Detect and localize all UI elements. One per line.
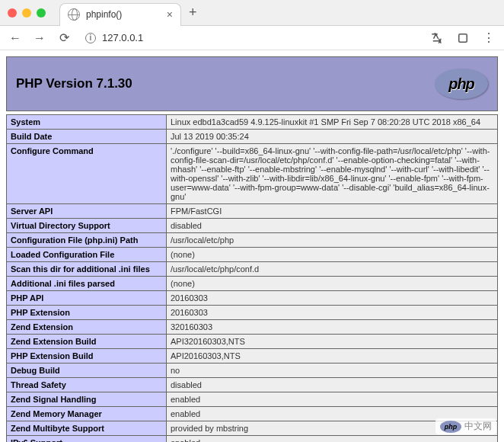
table-row: Virtual Directory Supportdisabled <box>7 219 498 233</box>
table-row: Zend Signal Handlingenabled <box>7 392 498 407</box>
table-row: Scan this dir for additional .ini files/… <box>7 262 498 277</box>
page-title: PHP Version 7.1.30 <box>16 76 132 91</box>
new-tab-button[interactable]: + <box>189 5 197 21</box>
config-value: API20160303,NTS <box>167 349 498 364</box>
config-value: (none) <box>167 248 498 262</box>
table-row: Configuration File (php.ini) Path/usr/lo… <box>7 233 498 248</box>
config-key: Zend Multibyte Support <box>7 421 167 436</box>
window-maximize-button[interactable] <box>37 8 46 18</box>
config-value: './configure' '--build=x86_64-linux-gnu'… <box>167 144 498 204</box>
table-row: Zend Extension320160303 <box>7 320 498 335</box>
window-minimize-button[interactable] <box>22 8 31 18</box>
config-value: Jul 13 2019 00:35:24 <box>167 130 498 144</box>
back-button[interactable]: ← <box>8 31 23 45</box>
config-key: Zend Signal Handling <box>7 392 167 407</box>
config-key: PHP Extension Build <box>7 349 167 364</box>
config-key: Zend Extension <box>7 320 167 335</box>
config-key: Loaded Configuration File <box>7 248 167 262</box>
config-value: Linux edbd1a3cad59 4.9.125-linuxkit #1 S… <box>167 115 498 130</box>
config-key: Virtual Directory Support <box>7 219 167 233</box>
table-row: Zend Multibyte Supportprovided by mbstri… <box>7 421 498 436</box>
table-row: Server APIFPM/FastCGI <box>7 204 498 219</box>
config-key: Build Date <box>7 130 167 144</box>
config-value: /usr/local/etc/php/conf.d <box>167 262 498 277</box>
config-value: disabled <box>167 219 498 233</box>
browser-tab[interactable]: phpinfo() × <box>59 3 181 26</box>
extension-icon[interactable] <box>455 31 471 45</box>
address-bar[interactable]: i 127.0.0.1 <box>81 32 420 43</box>
tab-title: phpinfo() <box>86 9 161 20</box>
window-titlebar: phpinfo() × + <box>0 0 504 26</box>
menu-button[interactable]: ⋮ <box>481 30 496 45</box>
config-value: 20160303 <box>167 291 498 306</box>
table-row: IPv6 Supportenabled <box>7 436 498 443</box>
svg-rect-0 <box>459 34 467 42</box>
globe-icon <box>68 8 80 21</box>
config-key: Additional .ini files parsed <box>7 277 167 291</box>
config-key: PHP API <box>7 291 167 306</box>
config-value: FPM/FastCGI <box>167 204 498 219</box>
php-logo-text: php <box>448 75 474 93</box>
url-text: 127.0.0.1 <box>102 32 143 43</box>
config-value: (none) <box>167 277 498 291</box>
config-key: Server API <box>7 204 167 219</box>
config-key: PHP Extension <box>7 306 167 320</box>
config-key: Scan this dir for additional .ini files <box>7 262 167 277</box>
table-row: Zend Memory Managerenabled <box>7 407 498 421</box>
config-key: Configuration File (php.ini) Path <box>7 233 167 248</box>
table-row: Build DateJul 13 2019 00:35:24 <box>7 130 498 144</box>
config-key: Debug Build <box>7 364 167 378</box>
config-key: Thread Safety <box>7 378 167 392</box>
config-value: /usr/local/etc/php <box>167 233 498 248</box>
table-row: SystemLinux edbd1a3cad59 4.9.125-linuxki… <box>7 115 498 130</box>
config-value: no <box>167 364 498 378</box>
browser-toolbar: ← → ⟳ i 127.0.0.1 ⋮ <box>0 26 504 50</box>
php-header: PHP Version 7.1.30 php <box>6 56 498 111</box>
translate-icon[interactable] <box>429 31 445 45</box>
php-info-table: SystemLinux edbd1a3cad59 4.9.125-linuxki… <box>6 114 498 442</box>
table-row: Zend Extension BuildAPI320160303,NTS <box>7 335 498 349</box>
table-row: Configure Command'./configure' '--build=… <box>7 144 498 204</box>
table-row: PHP API20160303 <box>7 291 498 306</box>
reload-button[interactable]: ⟳ <box>56 30 72 45</box>
table-row: PHP Extension BuildAPI20160303,NTS <box>7 349 498 364</box>
window-close-button[interactable] <box>8 8 17 18</box>
php-logo: php <box>435 69 488 99</box>
config-value: disabled <box>167 378 498 392</box>
page-content: PHP Version 7.1.30 php SystemLinux edbd1… <box>0 50 504 442</box>
config-value: API320160303,NTS <box>167 335 498 349</box>
table-row: PHP Extension20160303 <box>7 306 498 320</box>
config-value: enabled <box>167 392 498 407</box>
traffic-lights <box>8 8 46 18</box>
forward-button[interactable]: → <box>32 31 47 45</box>
php-icon: php <box>440 421 461 433</box>
config-value: 20160303 <box>167 306 498 320</box>
watermark-text: 中文网 <box>464 420 492 433</box>
config-key: IPv6 Support <box>7 436 167 443</box>
config-key: System <box>7 115 167 130</box>
config-key: Zend Extension Build <box>7 335 167 349</box>
config-key: Configure Command <box>7 144 167 204</box>
table-row: Additional .ini files parsed(none) <box>7 277 498 291</box>
watermark: php 中文网 <box>435 418 496 434</box>
table-row: Thread Safetydisabled <box>7 378 498 392</box>
table-row: Debug Buildno <box>7 364 498 378</box>
close-icon[interactable]: × <box>167 8 173 21</box>
table-row: Loaded Configuration File(none) <box>7 248 498 262</box>
config-key: Zend Memory Manager <box>7 407 167 421</box>
config-value: enabled <box>167 436 498 443</box>
config-value: 320160303 <box>167 320 498 335</box>
info-icon[interactable]: i <box>85 33 96 43</box>
